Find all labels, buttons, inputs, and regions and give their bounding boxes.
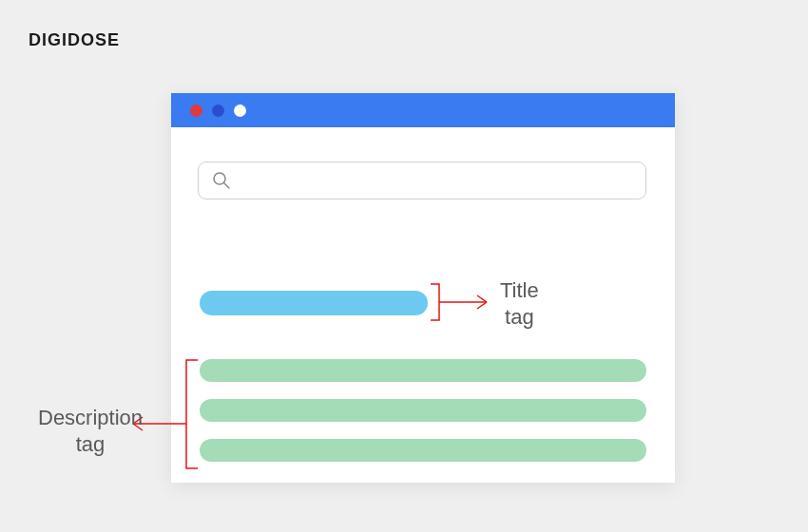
window-titlebar bbox=[171, 93, 675, 127]
svg-point-0 bbox=[214, 173, 225, 184]
description-line-placeholder bbox=[200, 439, 646, 462]
brand-logo: DIGIDOSE bbox=[29, 30, 120, 50]
title-tag-placeholder bbox=[200, 291, 428, 315]
maximize-icon[interactable] bbox=[234, 104, 246, 117]
search-input[interactable] bbox=[198, 162, 646, 200]
description-line-placeholder bbox=[200, 399, 646, 422]
description-line-placeholder bbox=[200, 359, 646, 382]
description-tag-label: Descriptiontag bbox=[38, 405, 143, 457]
browser-window bbox=[171, 93, 675, 483]
minimize-icon[interactable] bbox=[212, 104, 224, 117]
close-icon[interactable] bbox=[190, 104, 202, 117]
title-arrow-icon bbox=[430, 283, 506, 325]
search-icon bbox=[212, 171, 231, 190]
svg-line-1 bbox=[224, 183, 229, 188]
title-tag-label: Titletag bbox=[500, 277, 539, 330]
